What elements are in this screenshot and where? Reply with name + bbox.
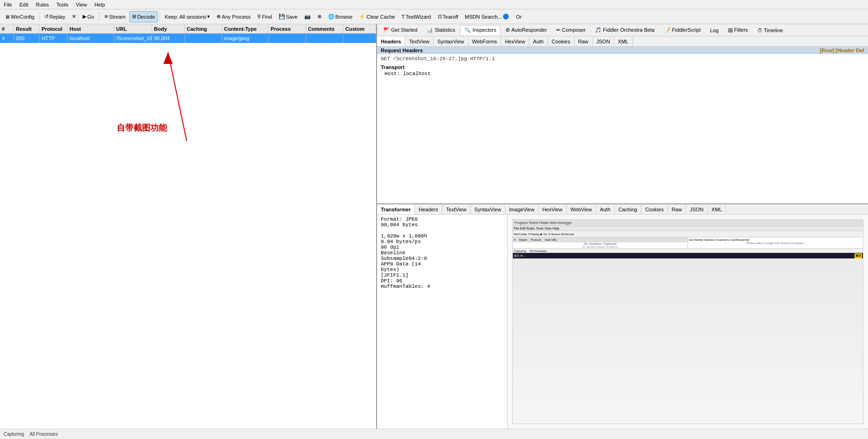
right-panel: 🚩 Get Started 📊 Statistics 🔍 Inspectors … bbox=[377, 24, 868, 429]
size-line: 90,004 bytes bbox=[381, 222, 504, 228]
req-tab-json[interactable]: JSON bbox=[593, 36, 614, 46]
orchestra-icon: 🎵 bbox=[595, 27, 602, 33]
decode-icon: ⊞ bbox=[132, 14, 136, 20]
tab-autoresponder[interactable]: ⚙ AutoResponder bbox=[501, 25, 551, 35]
x-button[interactable]: ✕ bbox=[69, 11, 79, 22]
tab-fiddler-orchestra[interactable]: 🎵 Fiddler Orchestra Beta bbox=[591, 25, 659, 35]
session-num: 4 bbox=[0, 34, 14, 43]
col-header-result[interactable]: Result bbox=[14, 24, 40, 33]
resp-tab-caching[interactable]: Caching bbox=[615, 204, 641, 214]
toolbar-separator-3 bbox=[160, 12, 160, 21]
browse-button[interactable]: 🌐 Browse bbox=[325, 11, 356, 22]
req-tab-syntaxview[interactable]: SyntaxView bbox=[434, 36, 468, 46]
col-header-url[interactable]: URL bbox=[114, 24, 152, 33]
menu-view[interactable]: View bbox=[74, 1, 89, 8]
tab-get-started[interactable]: 🚩 Get Started bbox=[379, 25, 421, 35]
col-header-custom[interactable]: Custom bbox=[343, 24, 376, 33]
col-header-body[interactable]: Body bbox=[152, 24, 185, 33]
resp-tab-textview[interactable]: TextView bbox=[442, 204, 471, 214]
resp-tab-cookies[interactable]: Cookies bbox=[641, 204, 668, 214]
req-tab-headers[interactable]: Headers bbox=[377, 36, 405, 46]
req-tab-raw[interactable]: Raw bbox=[574, 36, 593, 46]
col-header-process[interactable]: Process bbox=[269, 24, 306, 33]
menu-help[interactable]: Help bbox=[92, 1, 107, 8]
menu-edit[interactable]: Edit bbox=[18, 1, 30, 8]
status-capturing: Capturing bbox=[4, 432, 24, 437]
menu-tools[interactable]: Tools bbox=[55, 1, 70, 8]
dpi-val-line: DPI: 96 bbox=[381, 278, 504, 284]
status-bar: Capturing All Processes bbox=[0, 429, 868, 439]
req-tab-xml[interactable]: XML bbox=[614, 36, 633, 46]
col-header-comments[interactable]: Comments bbox=[306, 24, 343, 33]
resp-tab-json[interactable]: JSON bbox=[686, 204, 707, 214]
resp-tab-transformer[interactable]: Transformer bbox=[377, 204, 415, 214]
tearoff-button[interactable]: ⊡ Tearoff bbox=[435, 11, 461, 22]
session-caching bbox=[185, 34, 222, 43]
replay-button[interactable]: ↺ Replay bbox=[42, 11, 68, 22]
emb-col-host: Host URL bbox=[545, 238, 557, 241]
screenshot-button[interactable]: 📷 bbox=[301, 11, 314, 22]
col-header-num[interactable]: # bbox=[0, 24, 14, 33]
emb-tb-replay: ↺ Replay bbox=[528, 232, 539, 236]
save-button[interactable]: 💾 Save bbox=[276, 11, 301, 22]
decode-button[interactable]: ⊞ Decode bbox=[129, 11, 158, 22]
session-comments bbox=[306, 34, 343, 43]
clear-cache-icon: ⚡ bbox=[359, 14, 365, 20]
tab-log[interactable]: Log bbox=[706, 26, 722, 35]
req-tab-textview[interactable]: TextView bbox=[405, 36, 434, 46]
textwizard-button[interactable]: T TextWizard bbox=[399, 11, 434, 22]
emb-col-num: # bbox=[514, 238, 515, 241]
req-tab-webforms[interactable]: WebForms bbox=[469, 36, 502, 46]
col-header-content-type[interactable]: Content-Type bbox=[222, 24, 269, 33]
msdn-search-button[interactable]: MSDN Search... 🔵 bbox=[462, 11, 512, 22]
emb-tb-decode: ⊞ Decode bbox=[561, 232, 574, 236]
col-header-caching[interactable]: Caching bbox=[185, 24, 222, 33]
find-button[interactable]: ⚲ Find bbox=[254, 11, 274, 22]
keep-sessions-button[interactable]: Keep: All sessions ▾ bbox=[162, 11, 213, 22]
tab-fiddlerscript[interactable]: 📝 FiddlerScript bbox=[660, 25, 705, 35]
session-row[interactable]: 4 200 HTTP localhost /Screenshot_16-25-2… bbox=[0, 34, 376, 43]
menu-rules[interactable]: Rules bbox=[34, 1, 51, 8]
emb-taskbar: 激活 W... 激活 bbox=[513, 253, 863, 258]
resp-tab-raw[interactable]: Raw bbox=[668, 204, 686, 214]
online-button[interactable]: Or bbox=[513, 11, 524, 22]
resp-tab-auth[interactable]: Auth bbox=[596, 204, 615, 214]
bytes-per-px-line: 0.04 bytes/px bbox=[381, 239, 504, 244]
menu-file[interactable]: File bbox=[2, 1, 14, 8]
tab-statistics[interactable]: 📊 Statistics bbox=[422, 25, 459, 35]
request-first-line: GET /Screenshot_16-25-27.jpg HTTP/1.1 bbox=[381, 56, 864, 62]
stream-button[interactable]: ≋ Stream bbox=[101, 11, 128, 22]
resp-tab-imageview[interactable]: ImageView bbox=[505, 204, 539, 214]
emb-tb-stream: ≋ Stream bbox=[548, 232, 560, 236]
resp-tab-webview[interactable]: WebView bbox=[567, 204, 596, 214]
req-tab-hexview[interactable]: HexView bbox=[501, 36, 529, 46]
session-host: localhost bbox=[68, 34, 114, 43]
col-header-host[interactable]: Host bbox=[68, 24, 114, 33]
resp-tab-headers[interactable]: Headers bbox=[415, 204, 442, 214]
embedded-inner: Progress Telerik Fiddler Web Debugger Fi… bbox=[513, 220, 863, 424]
stop-button[interactable]: ⊗ bbox=[315, 11, 324, 22]
req-tab-cookies[interactable]: Cookies bbox=[548, 36, 574, 46]
emb-no-sessions-sub: (or all were hidden by filters) bbox=[582, 245, 617, 248]
emb-all-processes: All Processes bbox=[530, 250, 546, 252]
resp-tab-hexview[interactable]: HexView bbox=[539, 204, 567, 214]
resp-tab-syntaxview[interactable]: SyntaxView bbox=[471, 204, 505, 214]
winconfig-button[interactable]: 🖥 WinConfig bbox=[2, 11, 37, 22]
tab-composer[interactable]: ✏ Composer bbox=[552, 25, 590, 35]
any-process-button[interactable]: ⊕ Any Process bbox=[214, 11, 253, 22]
col-header-protocol[interactable]: Protocol bbox=[40, 24, 68, 33]
go-icon: ▶ bbox=[83, 14, 86, 20]
go-button[interactable]: ▶ Go bbox=[80, 11, 97, 22]
stop-icon: ⊗ bbox=[317, 14, 322, 20]
app0-line: APP0 Data (14 bbox=[381, 261, 504, 267]
tab-filters[interactable]: ▤ Filters bbox=[724, 25, 752, 35]
req-tab-auth[interactable]: Auth bbox=[529, 36, 548, 46]
resp-tab-xml[interactable]: XML bbox=[708, 204, 727, 214]
clear-cache-button[interactable]: ⚡ Clear Cache bbox=[356, 11, 398, 22]
tab-timeline[interactable]: ⏱ Timeline bbox=[753, 26, 787, 35]
tab-inspectors[interactable]: 🔍 Inspectors bbox=[460, 25, 500, 35]
dimensions-line: 1,920w x 1,080h bbox=[381, 233, 504, 239]
session-protocol: HTTP bbox=[40, 34, 68, 43]
session-custom bbox=[343, 34, 376, 43]
session-result: 200 bbox=[14, 34, 40, 43]
